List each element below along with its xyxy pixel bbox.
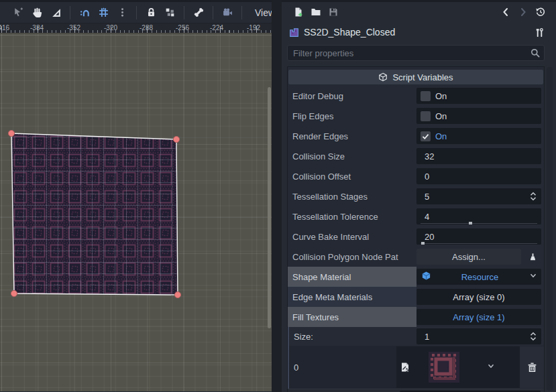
collision-offset-field[interactable]: 0 xyxy=(416,168,541,184)
lock-button[interactable] xyxy=(142,4,160,21)
edit-texture-button[interactable] xyxy=(396,359,414,375)
smart-snap-button[interactable] xyxy=(75,4,94,21)
editor-debug-checkbox[interactable]: On xyxy=(416,88,541,104)
pan-tool-icon xyxy=(32,7,43,18)
canvas-vertical-scrollbar[interactable] xyxy=(268,87,271,328)
shape-polygon xyxy=(0,34,272,391)
fill-textures-array-button[interactable]: Array (size 1) xyxy=(416,309,541,325)
script-variables-cube-icon xyxy=(378,72,388,82)
trash-icon xyxy=(526,362,538,373)
pan-tool-button[interactable] xyxy=(27,4,46,21)
ruler-tool-icon xyxy=(50,7,62,18)
property-label: Curve Bake Interval xyxy=(288,226,416,247)
row-tessellation-tolerence: Tessellation Tolerence 4 xyxy=(288,206,544,226)
tessellation-stages-spinner[interactable]: 5 xyxy=(416,188,541,204)
resource-cube-icon xyxy=(421,271,431,283)
slider-grabber[interactable] xyxy=(469,222,472,224)
spinner-icon[interactable] xyxy=(529,331,538,344)
row-fill-textures: Fill Textures Array (size 1) xyxy=(288,307,544,327)
snap-options-button[interactable] xyxy=(113,4,131,21)
row-collision-polygon-node-path: Collision Polygon Node Pat Assign... xyxy=(288,247,544,267)
slider-grabber[interactable] xyxy=(421,242,425,245)
row-collision-size: Collision Size 32 xyxy=(288,146,544,166)
save-resource-button[interactable] xyxy=(325,4,342,20)
chevron-down-icon[interactable] xyxy=(529,271,538,283)
snap-options-icon xyxy=(117,7,128,18)
node-shape-icon xyxy=(288,27,300,38)
row-collision-offset: Collision Offset 0 xyxy=(288,166,544,186)
grid-snap-button[interactable] xyxy=(94,4,113,21)
skeleton-icon xyxy=(193,7,205,18)
vertex-handle[interactable] xyxy=(11,290,17,296)
tools-menu-button[interactable] xyxy=(531,24,548,40)
toolbar-separator xyxy=(184,6,184,19)
save-resource-icon xyxy=(328,7,339,17)
canvas-viewport[interactable] xyxy=(0,34,272,391)
scale-tool-button[interactable] xyxy=(9,4,27,21)
texture-preview[interactable] xyxy=(429,352,459,383)
section-script-variables[interactable]: Script Variables xyxy=(288,70,543,84)
spinner-icon[interactable] xyxy=(529,191,538,204)
lock-icon xyxy=(146,7,157,18)
fill-textures-array-editor: Size: 1 0 xyxy=(288,327,544,389)
array-size-spinner[interactable]: 1 xyxy=(416,328,541,344)
group-icon xyxy=(164,7,176,18)
camera-override-icon xyxy=(222,7,233,18)
array-item-row: 0 xyxy=(289,346,544,389)
filter-properties-input[interactable] xyxy=(287,45,545,61)
row-editor-debug: Editor Debug On xyxy=(288,86,544,106)
checkbox-unchecked-icon xyxy=(421,111,431,121)
property-label: Collision Offset xyxy=(288,166,416,186)
vertex-handle[interactable] xyxy=(173,136,179,142)
inspector-panel: SS2D_Shape_Closed xyxy=(282,0,556,392)
godot-editor: View -416 -384 -352 -320 -288 -256 -224 … xyxy=(0,0,556,392)
field-value: 20 xyxy=(425,232,434,242)
panel-splitter[interactable] xyxy=(272,0,282,392)
slider-track xyxy=(421,243,537,244)
property-label: Collision Size xyxy=(288,146,416,166)
skeleton-button[interactable] xyxy=(189,4,208,21)
group-button[interactable] xyxy=(160,4,179,21)
history-forward-button[interactable] xyxy=(514,4,532,20)
resource-label: Resource xyxy=(431,272,529,282)
grid-snap-icon xyxy=(98,7,109,18)
inspector-toolbar xyxy=(282,2,556,22)
vertex-handle[interactable] xyxy=(8,130,14,136)
canvas-toolbar: View xyxy=(0,0,272,23)
ruler-tool-button[interactable] xyxy=(46,4,65,21)
array-size-row: Size: 1 xyxy=(289,327,544,346)
pick-node-button[interactable] xyxy=(524,249,541,265)
property-label: Fill Textures xyxy=(288,307,416,327)
history-button[interactable] xyxy=(532,4,549,20)
checkbox-unchecked-icon xyxy=(421,91,431,101)
vertex-handle[interactable] xyxy=(174,291,180,298)
node-header: SS2D_Shape_Closed xyxy=(282,22,556,42)
flip-edges-checkbox[interactable]: On xyxy=(416,108,541,124)
new-resource-icon xyxy=(293,7,304,17)
edge-meta-materials-array-button[interactable]: Array (size 0) xyxy=(416,289,541,305)
field-value: 4 xyxy=(425,212,429,222)
node-title: SS2D_Shape_Closed xyxy=(304,27,531,38)
render-edges-checkbox[interactable]: On xyxy=(416,128,541,144)
chevron-down-icon[interactable] xyxy=(486,361,496,373)
next-row-partial xyxy=(288,389,544,392)
camera-override-button[interactable] xyxy=(218,4,237,21)
assign-node-path-button[interactable]: Assign... xyxy=(416,249,521,265)
smart-snap-icon xyxy=(79,7,91,18)
load-resource-button[interactable] xyxy=(307,4,325,20)
toolbar-separator xyxy=(241,6,242,19)
history-back-icon xyxy=(500,7,511,17)
inspector-scrollbar[interactable] xyxy=(547,67,553,391)
inspector-content: Script Variables Editor Debug On Flip Ed… xyxy=(287,66,545,392)
shape-material-resource-picker[interactable]: Resource xyxy=(416,269,541,285)
collision-size-field[interactable]: 32 xyxy=(416,148,541,164)
new-resource-button[interactable] xyxy=(290,4,307,20)
horizontal-ruler: -416 -384 -352 -320 -288 -256 -224 -192 xyxy=(0,23,272,34)
curve-bake-interval-slider[interactable]: 20 xyxy=(416,228,541,245)
property-label: Flip Edges xyxy=(288,106,416,126)
slider-track xyxy=(421,223,537,224)
tessellation-tolerence-slider[interactable]: 4 xyxy=(416,208,541,224)
history-back-button[interactable] xyxy=(497,4,514,20)
delete-item-button[interactable] xyxy=(520,346,544,388)
row-edge-meta-materials: Edge Meta Materials Array (size 0) xyxy=(288,287,544,307)
